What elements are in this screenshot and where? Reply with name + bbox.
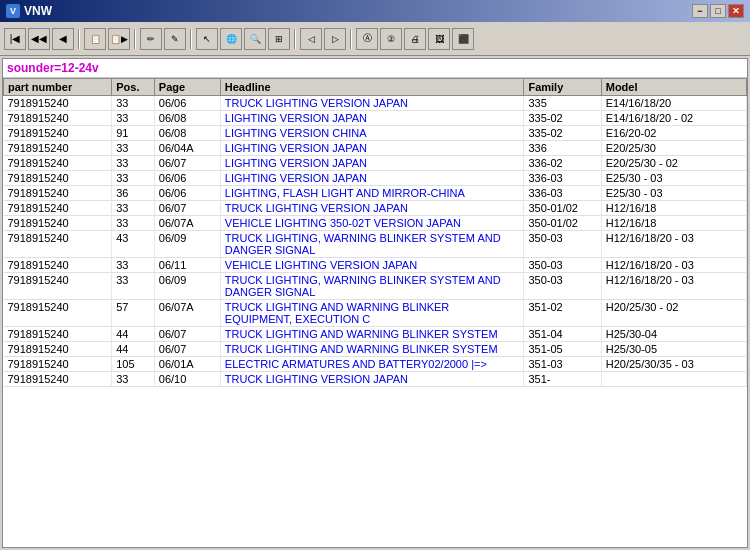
cell-model: H20/25/30 - 02	[601, 300, 746, 327]
table-row[interactable]: 791891524010506/01AELECTRIC ARMATURES AN…	[4, 357, 747, 372]
table-row[interactable]: 79189152403306/11VEHICLE LIGHTING VERSIO…	[4, 258, 747, 273]
headline-link[interactable]: LIGHTING VERSION JAPAN	[225, 172, 367, 184]
cell-pos: 33	[112, 201, 155, 216]
cell-page: 06/01A	[154, 357, 220, 372]
headline-link[interactable]: VEHICLE LIGHTING VERSION JAPAN	[225, 259, 417, 271]
headline-link[interactable]: TRUCK LIGHTING AND WARNING BLINKER SYSTE…	[225, 328, 498, 340]
cell-headline[interactable]: LIGHTING VERSION CHINA	[220, 126, 524, 141]
cell-headline[interactable]: VEHICLE LIGHTING 350-02T VERSION JAPAN	[220, 216, 524, 231]
cell-family: 336-02	[524, 156, 601, 171]
cursor-button[interactable]: ↖	[196, 28, 218, 50]
table-row[interactable]: 79189152403306/08LIGHTING VERSION JAPAN3…	[4, 111, 747, 126]
nav2-button[interactable]: ▷	[324, 28, 346, 50]
cell-headline[interactable]: TRUCK LIGHTING VERSION JAPAN	[220, 372, 524, 387]
cell-pos: 33	[112, 141, 155, 156]
table-row[interactable]: 79189152403306/07TRUCK LIGHTING VERSION …	[4, 201, 747, 216]
cell-headline[interactable]: TRUCK LIGHTING, WARNING BLINKER SYSTEM A…	[220, 231, 524, 258]
close-button[interactable]: ✕	[728, 4, 744, 18]
circle1-button[interactable]: Ⓐ	[356, 28, 378, 50]
cell-model: E14/16/18/20 - 02	[601, 111, 746, 126]
edit2-button[interactable]: ✎	[164, 28, 186, 50]
cell-family: 351-	[524, 372, 601, 387]
image-button[interactable]: 🖼	[428, 28, 450, 50]
zoom2-button[interactable]: ⊞	[268, 28, 290, 50]
cell-headline[interactable]: TRUCK LIGHTING AND WARNING BLINKER SYSTE…	[220, 327, 524, 342]
headline-link[interactable]: TRUCK LIGHTING AND WARNING BLINKER EQUIP…	[225, 301, 450, 325]
edit1-button[interactable]: ✏	[140, 28, 162, 50]
headline-link[interactable]: LIGHTING VERSION JAPAN	[225, 112, 367, 124]
cell-pos: 33	[112, 96, 155, 111]
cell-pos: 33	[112, 258, 155, 273]
table-row[interactable]: 79189152403306/07LIGHTING VERSION JAPAN3…	[4, 156, 747, 171]
table-row[interactable]: 79189152405706/07ATRUCK LIGHTING AND WAR…	[4, 300, 747, 327]
next-doc2-button[interactable]: 📋▶	[108, 28, 130, 50]
cell-part: 7918915240	[4, 357, 112, 372]
headline-link[interactable]: LIGHTING VERSION CHINA	[225, 127, 367, 139]
nav1-button[interactable]: ◁	[300, 28, 322, 50]
cell-headline[interactable]: TRUCK LIGHTING AND WARNING BLINKER EQUIP…	[220, 300, 524, 327]
headline-link[interactable]: TRUCK LIGHTING VERSION JAPAN	[225, 97, 408, 109]
cell-model: E20/25/30 - 02	[601, 156, 746, 171]
table-row[interactable]: 79189152403306/04ALIGHTING VERSION JAPAN…	[4, 141, 747, 156]
table-row[interactable]: 79189152403306/06LIGHTING VERSION JAPAN3…	[4, 171, 747, 186]
prev-button[interactable]: ◀	[52, 28, 74, 50]
header-model: Model	[601, 79, 746, 96]
cell-pos: 57	[112, 300, 155, 327]
separator-2	[134, 29, 136, 49]
table-row[interactable]: 79189152403306/09TRUCK LIGHTING, WARNING…	[4, 273, 747, 300]
table-row[interactable]: 79189152403606/06LIGHTING, FLASH LIGHT A…	[4, 186, 747, 201]
headline-link[interactable]: TRUCK LIGHTING, WARNING BLINKER SYSTEM A…	[225, 274, 501, 298]
cell-page: 06/10	[154, 372, 220, 387]
window-title: VNW	[24, 4, 52, 18]
cell-pos: 91	[112, 126, 155, 141]
headline-link[interactable]: TRUCK LIGHTING VERSION JAPAN	[225, 373, 408, 385]
cell-headline[interactable]: TRUCK LIGHTING VERSION JAPAN	[220, 96, 524, 111]
headline-link[interactable]: LIGHTING VERSION JAPAN	[225, 142, 367, 154]
cell-page: 06/09	[154, 231, 220, 258]
headline-link[interactable]: TRUCK LIGHTING AND WARNING BLINKER SYSTE…	[225, 343, 498, 355]
circle2-button[interactable]: ②	[380, 28, 402, 50]
table-row[interactable]: 79189152409106/08LIGHTING VERSION CHINA3…	[4, 126, 747, 141]
first-button[interactable]: |◀	[4, 28, 26, 50]
table-row[interactable]: 79189152403306/07AVEHICLE LIGHTING 350-0…	[4, 216, 747, 231]
headline-link[interactable]: LIGHTING, FLASH LIGHT AND MIRROR-CHINA	[225, 187, 465, 199]
headline-link[interactable]: ELECTRIC ARMATURES AND BATTERY02/2000 |=…	[225, 358, 487, 370]
zoom-button[interactable]: 🔍	[244, 28, 266, 50]
cell-model: H25/30-04	[601, 327, 746, 342]
next-doc-button[interactable]: 📋	[84, 28, 106, 50]
print-button[interactable]: 🖨	[404, 28, 426, 50]
cell-family: 335	[524, 96, 601, 111]
table-row[interactable]: 79189152404406/07TRUCK LIGHTING AND WARN…	[4, 327, 747, 342]
table-row[interactable]: 79189152403306/10TRUCK LIGHTING VERSION …	[4, 372, 747, 387]
cell-headline[interactable]: LIGHTING VERSION JAPAN	[220, 111, 524, 126]
cell-headline[interactable]: TRUCK LIGHTING, WARNING BLINKER SYSTEM A…	[220, 273, 524, 300]
headline-link[interactable]: TRUCK LIGHTING, WARNING BLINKER SYSTEM A…	[225, 232, 501, 256]
cell-headline[interactable]: LIGHTING, FLASH LIGHT AND MIRROR-CHINA	[220, 186, 524, 201]
cell-headline[interactable]: ELECTRIC ARMATURES AND BATTERY02/2000 |=…	[220, 357, 524, 372]
headline-link[interactable]: VEHICLE LIGHTING 350-02T VERSION JAPAN	[225, 217, 461, 229]
cell-headline[interactable]: LIGHTING VERSION JAPAN	[220, 156, 524, 171]
cell-pos: 33	[112, 111, 155, 126]
table-container[interactable]: part number Pos. Page Headline Family Mo…	[3, 78, 747, 547]
headline-link[interactable]: LIGHTING VERSION JAPAN	[225, 157, 367, 169]
cell-part: 7918915240	[4, 300, 112, 327]
cell-headline[interactable]: LIGHTING VERSION JAPAN	[220, 171, 524, 186]
cell-part: 7918915240	[4, 372, 112, 387]
stop-button[interactable]: ⬛	[452, 28, 474, 50]
minimize-button[interactable]: −	[692, 4, 708, 18]
prev-skip-button[interactable]: ◀◀	[28, 28, 50, 50]
globe-button[interactable]: 🌐	[220, 28, 242, 50]
cell-headline[interactable]: TRUCK LIGHTING VERSION JAPAN	[220, 201, 524, 216]
cell-model: H12/16/18/20 - 03	[601, 231, 746, 258]
table-row[interactable]: 79189152404306/09TRUCK LIGHTING, WARNING…	[4, 231, 747, 258]
cell-headline[interactable]: TRUCK LIGHTING AND WARNING BLINKER SYSTE…	[220, 342, 524, 357]
table-row[interactable]: 79189152403306/06TRUCK LIGHTING VERSION …	[4, 96, 747, 111]
headline-link[interactable]: TRUCK LIGHTING VERSION JAPAN	[225, 202, 408, 214]
maximize-button[interactable]: □	[710, 4, 726, 18]
table-row[interactable]: 79189152404406/07TRUCK LIGHTING AND WARN…	[4, 342, 747, 357]
cell-headline[interactable]: VEHICLE LIGHTING VERSION JAPAN	[220, 258, 524, 273]
cell-part: 7918915240	[4, 156, 112, 171]
cell-headline[interactable]: LIGHTING VERSION JAPAN	[220, 141, 524, 156]
cell-family: 336	[524, 141, 601, 156]
cell-model	[601, 372, 746, 387]
